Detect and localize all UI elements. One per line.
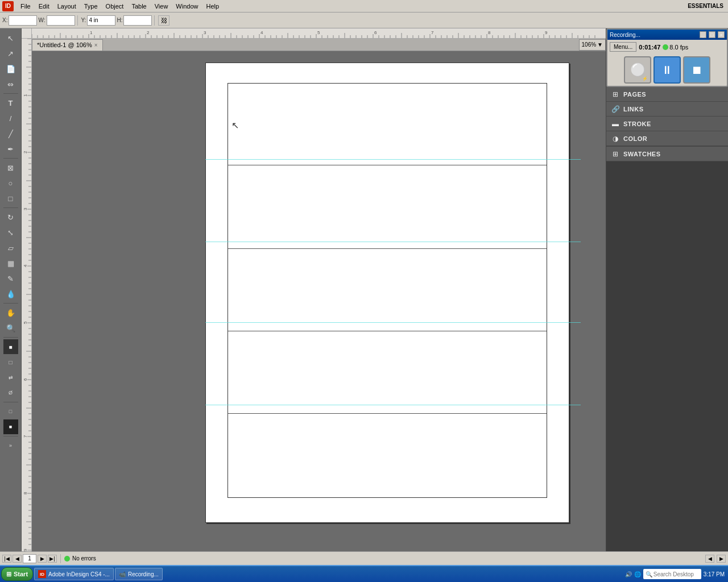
menu-view[interactable]: View [151,2,172,11]
scroll-left-btn[interactable]: ◀ [705,555,714,563]
document-tab[interactable]: *Untitled-1 @ 106% × [32,39,103,51]
panel-swatches[interactable]: ⊞ SWATCHES [606,147,728,161]
tool-eyedropper[interactable]: 💧 [3,286,18,301]
tool-gap[interactable]: ⇔ [3,77,18,92]
tool-rotate[interactable]: ↻ [3,210,18,225]
next-page-btn[interactable]: ▶ [38,555,47,563]
clock: 3:17 PM [704,571,725,577]
tool-shear[interactable]: ▱ [3,240,18,255]
tool-rectangle[interactable]: □ [3,191,18,206]
first-page-btn[interactable]: |◀ [2,555,11,563]
recording-panel: Recording... _ □ × Menu... 0:01:47 8.0 f… [606,28,728,87]
tool-page[interactable]: 📄 [3,61,18,76]
main-content: ↖ ↗ 📄 ⇔ T / ╱ ✒ ⊠ ○ □ ↻ ⤡ ▱ ▦ ✎ 💧 [0,28,728,551]
w-label: W: [38,17,45,23]
tool-zoom[interactable]: 🔍 [3,321,18,335]
status-divider-1 [60,554,61,563]
recording-time: 0:01:47 [639,44,660,51]
color-label: COLOR [623,135,647,142]
guide-line-2 [205,242,581,242]
panel-links[interactable]: 🔗 LINKS [606,102,728,117]
app: ID File Edit Layout Type Object Table Vi… [0,0,728,582]
constrain-btn[interactable]: ⛓ [158,15,169,26]
tool-note[interactable]: ✎ [3,271,18,286]
tool-extra[interactable]: » [3,438,18,453]
menu-dropdown-btn[interactable]: Menu... [610,42,636,52]
document-page: ↖ [205,63,569,523]
tool-none[interactable]: Ø [3,385,18,400]
table-row-1 [228,165,547,165]
y-label: Y: [81,17,86,23]
menu-table[interactable]: Table [128,2,150,11]
canvas-container[interactable]: ↖ [32,51,606,551]
h-input[interactable] [123,15,152,26]
menu-help[interactable]: Help [202,2,222,11]
tool-ellipse-frame[interactable]: ○ [3,176,18,190]
canvas-wrapper: *Untitled-1 @ 106% × 106% ▼ [22,28,606,551]
tool-rectangle-frame[interactable]: ⊠ [3,160,18,175]
tool-preview[interactable]: ■ [3,419,18,434]
tool-hand[interactable]: ✋ [3,305,18,320]
menu-file[interactable]: File [17,2,34,11]
recording-minimize[interactable]: _ [700,31,706,38]
guide-line-1 [205,159,581,160]
x-label: X: [2,17,7,23]
menu-window[interactable]: Window [172,2,201,11]
prev-page-btn[interactable]: ◀ [13,555,22,563]
indesign-icon: ID [38,570,46,578]
tool-gradient[interactable]: ▦ [3,256,18,271]
start-button[interactable]: ⊞ Start [1,567,33,581]
zoom-dropdown[interactable]: ▼ [597,41,603,48]
tool-pencil[interactable]: / [3,111,18,126]
y-input[interactable] [87,15,115,26]
tool-normal[interactable]: □ [3,404,18,419]
last-page-btn[interactable]: ▶| [48,555,57,563]
tool-line[interactable]: ╱ [3,126,18,141]
taskbar-recording[interactable]: 📹 Recording... [115,568,163,580]
app-logo: ID [2,1,14,11]
search-box: 🔍 [643,569,701,579]
tab-label: *Untitled-1 @ 106% [37,41,92,48]
panel-stroke[interactable]: ▬ STROKE [606,117,728,131]
menu-edit[interactable]: Edit [35,2,53,11]
zoom-display[interactable]: 106% [582,41,597,48]
tool-stroke[interactable]: □ [3,355,18,369]
tool-type[interactable]: T [3,95,18,110]
tool-select[interactable]: ↖ [3,31,18,45]
scroll-right-btn[interactable]: ▶ [717,555,726,563]
ruler-h-row [22,28,606,39]
page-number-input[interactable] [23,554,36,563]
record-btn[interactable]: ⚪ ⚡ [624,56,651,84]
menu-layout[interactable]: Layout [54,2,80,11]
recording-close[interactable]: × [718,31,725,38]
search-input[interactable] [653,571,699,577]
tool-swap[interactable]: ⇄ [3,370,18,385]
tool-sep-3 [3,207,18,208]
stroke-icon: ▬ [611,120,620,128]
horizontal-ruler [32,28,606,39]
table-frame [228,83,547,498]
tool-pen[interactable]: ✒ [3,142,18,156]
menu-object[interactable]: Object [102,2,127,11]
pages-label: PAGES [623,91,646,98]
swatches-label: SWATCHES [623,151,661,157]
stop-btn[interactable]: ⏹ [683,56,710,84]
error-indicator [64,556,70,562]
recording-fps: 8.0 fps [663,44,688,51]
taskbar-indesign[interactable]: ID Adobe InDesign CS4 -... [34,568,114,580]
tool-scale[interactable]: ⤡ [3,225,18,240]
menu-type[interactable]: Type [81,2,101,11]
panel-pages[interactable]: ⊞ PAGES [606,87,728,102]
cursor-arrow: ↖ [231,120,239,131]
w-input[interactable] [47,15,75,26]
x-input[interactable] [9,15,37,26]
tool-sep-2 [3,158,18,159]
tool-direct-select[interactable]: ↗ [3,46,18,61]
recording-restore[interactable]: □ [709,31,715,38]
tool-fill[interactable]: ■ [3,339,18,354]
pause-btn[interactable]: ⏸ [653,56,681,84]
panel-color[interactable]: ◑ COLOR [606,131,728,146]
menubar: ID File Edit Layout Type Object Table Vi… [0,0,728,13]
tool-sep-5 [3,337,18,338]
tab-close-btn[interactable]: × [94,42,98,48]
